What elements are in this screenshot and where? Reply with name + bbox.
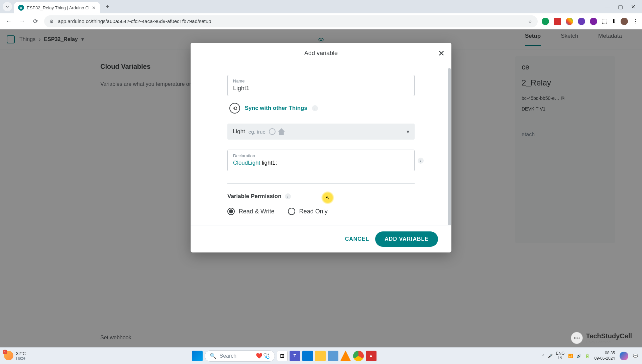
type-name: Light [233, 128, 245, 135]
notification-badge: 1 [3, 350, 7, 354]
task-view-icon[interactable]: ⊞ [277, 351, 288, 361]
smart-home-icon [278, 128, 285, 135]
cursor-icon: ↖ [326, 195, 330, 200]
chrome-menu-icon[interactable]: ⋮ [633, 18, 638, 24]
reload-button[interactable]: ⟳ [31, 17, 40, 26]
dropdown-arrow-icon: ▾ [407, 129, 409, 135]
info-icon[interactable]: i [312, 105, 318, 111]
permission-title-row: Variable Permission i ↖ [227, 193, 415, 200]
explorer-icon[interactable] [302, 351, 313, 361]
modal-header: Add variable ✕ [191, 43, 451, 64]
extension-icon[interactable] [542, 18, 549, 25]
declaration-label: Declaration [233, 153, 409, 158]
browser-toolbar: ← → ⟳ ⚙ app.arduino.cc/things/a60a5642-c… [0, 13, 642, 29]
sync-with-things-link[interactable]: ⟲ Sync with other Things i [229, 103, 415, 114]
downloads-icon[interactable]: ⬇ [612, 18, 616, 24]
volume-icon[interactable]: 🔊 [576, 354, 581, 358]
taskbar-clock[interactable]: 08:35 09-06-2024 [595, 351, 615, 361]
radio-unchecked-icon [288, 208, 295, 215]
notepad-icon[interactable] [328, 351, 338, 361]
taskbar-time: 08:35 [595, 351, 615, 356]
extension-icon[interactable] [578, 18, 585, 25]
add-variable-modal: Add variable ✕ Name ⟲ Sync with other Th… [191, 43, 451, 252]
tray-chevron-icon[interactable]: ^ [542, 354, 544, 358]
browser-tab-strip: ∞ ESP32_Relay Thing | Arduino Cl ✕ + — ▢… [0, 0, 642, 13]
permission-read-write[interactable]: Read & Write [227, 208, 275, 215]
profile-avatar[interactable] [621, 18, 628, 25]
modal-overlay: Add variable ✕ Name ⟲ Sync with other Th… [0, 29, 642, 347]
language-region: IN [556, 356, 565, 360]
new-tab-button[interactable]: + [103, 2, 112, 11]
battery-icon[interactable]: 🔋 [585, 354, 590, 358]
watermark-logo-icon: TSC [571, 332, 583, 344]
extension-icon[interactable] [566, 18, 573, 25]
modal-close-button[interactable]: ✕ [438, 49, 445, 58]
read-only-label: Read Only [299, 208, 328, 215]
start-button[interactable] [192, 351, 203, 361]
pdf-icon[interactable]: A [366, 351, 377, 361]
windows-taskbar: 1 32°C Haze 🔍 Search ❤️ 🩺 ⊞ T A ^ 🎤 [0, 347, 642, 364]
variable-name-input[interactable] [233, 85, 409, 92]
weather-condition: Haze [16, 356, 26, 361]
basic-type-icon [269, 128, 276, 135]
info-icon[interactable]: i [285, 193, 291, 199]
name-label: Name [233, 78, 409, 83]
notifications-icon[interactable]: 💬 [633, 354, 638, 358]
permission-radio-group: Read & Write Read Only [227, 208, 415, 215]
modal-title: Add variable [304, 50, 338, 57]
permission-read-only[interactable]: Read Only [288, 208, 328, 215]
permission-heading: Variable Permission [227, 193, 282, 200]
tab-search-dropdown[interactable] [3, 2, 12, 11]
back-button[interactable]: ← [4, 17, 13, 26]
window-close[interactable]: ✕ [631, 4, 635, 10]
tab-title: ESP32_Relay Thing | Arduino Cl [27, 5, 89, 10]
wifi-icon[interactable]: 📶 [568, 354, 573, 358]
tab-close-button[interactable]: ✕ [92, 5, 96, 10]
variable-type-select[interactable]: Light eg. true ▾ [227, 124, 415, 140]
extensions-menu-icon[interactable]: ⬚ [602, 18, 607, 24]
watermark-name: TechStudyCell [586, 332, 632, 340]
copilot-icon[interactable] [620, 352, 628, 360]
search-widget-icon: ❤️ [256, 353, 262, 359]
window-minimize[interactable]: — [605, 4, 610, 10]
bookmark-star-icon[interactable]: ☆ [528, 19, 532, 24]
watermark-sub: Enjoy Learning… [586, 340, 632, 344]
modal-body: Name ⟲ Sync with other Things i Light eg… [191, 64, 451, 225]
extension-icon[interactable] [554, 18, 561, 25]
search-icon: 🔍 [210, 353, 216, 359]
info-icon[interactable]: i [418, 158, 424, 164]
sync-text: Sync with other Things [245, 105, 307, 112]
window-maximize[interactable]: ▢ [618, 4, 623, 10]
taskbar-search[interactable]: 🔍 Search ❤️ 🩺 [205, 350, 275, 362]
chrome-icon[interactable] [353, 351, 364, 361]
cancel-button[interactable]: CANCEL [345, 236, 369, 242]
radio-checked-icon [227, 208, 235, 215]
watermark: TSC TechStudyCell Enjoy Learning… [571, 332, 632, 344]
search-widget-icon: 🩺 [263, 353, 270, 359]
extension-icons: ⬚ ⬇ ⋮ [542, 18, 638, 25]
variable-name-field[interactable]: Name [227, 75, 415, 96]
window-controls: — ▢ ✕ [605, 4, 639, 10]
microphone-icon[interactable]: 🎤 [548, 354, 553, 358]
taskbar-date: 09-06-2024 [595, 356, 615, 361]
modal-scrollbar[interactable] [448, 68, 451, 225]
teams-icon[interactable]: T [290, 351, 300, 361]
declaration-code: CloudLight light1; [233, 160, 409, 166]
sync-icon: ⟲ [229, 103, 240, 114]
weather-icon: 1 [4, 351, 13, 360]
declaration-box: Declaration CloudLight light1; i [227, 150, 415, 171]
weather-temp: 32°C [16, 351, 26, 356]
folder-icon[interactable] [315, 351, 326, 361]
vlc-icon[interactable] [340, 351, 351, 361]
search-placeholder: Search [220, 353, 237, 359]
chevron-down-icon [5, 5, 9, 9]
divider [227, 183, 415, 184]
add-variable-button[interactable]: ADD VARIABLE [375, 231, 438, 247]
address-bar[interactable]: ⚙ app.arduino.cc/things/a60a5642-cfc2-4a… [44, 15, 538, 27]
browser-tab[interactable]: ∞ ESP32_Relay Thing | Arduino Cl ✕ [14, 2, 100, 13]
extension-icon[interactable] [590, 18, 597, 25]
taskbar-weather[interactable]: 1 32°C Haze [4, 351, 26, 361]
forward-button[interactable]: → [17, 17, 27, 26]
site-settings-icon[interactable]: ⚙ [49, 19, 54, 24]
language-code[interactable]: ENG [556, 351, 565, 356]
